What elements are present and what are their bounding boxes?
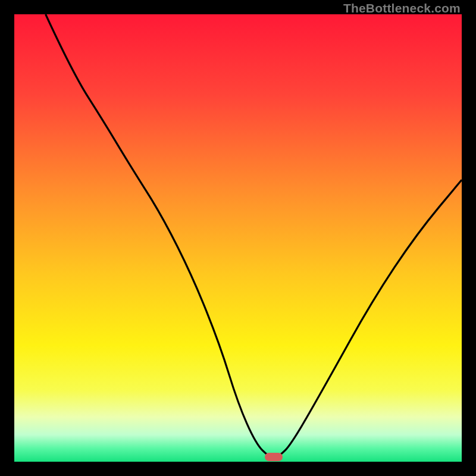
chart-plot-area bbox=[14, 14, 462, 462]
optimal-marker bbox=[265, 453, 283, 461]
watermark-text: TheBottleneck.com bbox=[343, 1, 461, 15]
bottleneck-curve bbox=[14, 14, 462, 462]
chart-frame: TheBottleneck.com bbox=[0, 0, 476, 476]
